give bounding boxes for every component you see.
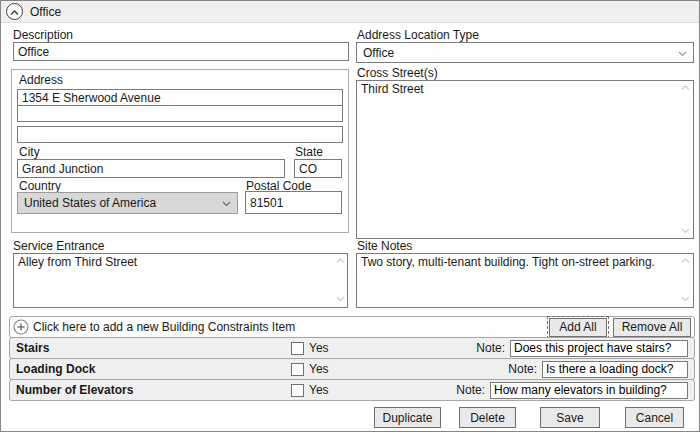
note-label: Note: bbox=[476, 341, 510, 355]
state-input[interactable] bbox=[294, 159, 342, 178]
site-notes-textarea[interactable]: Two story, multi-tenant building. Tight … bbox=[356, 253, 694, 308]
stairs-yes-checkbox[interactable] bbox=[291, 342, 304, 355]
checkbox-label: Yes bbox=[309, 341, 329, 355]
chevron-down-icon bbox=[678, 46, 687, 60]
address-location-type-dropdown[interactable]: Office bbox=[356, 42, 694, 63]
service-entrance-textarea[interactable]: Alley from Third Street bbox=[13, 253, 348, 308]
chevron-up-icon bbox=[10, 5, 19, 19]
constraint-name: Loading Dock bbox=[16, 362, 291, 376]
constraint-name: Stairs bbox=[16, 341, 291, 355]
country-dropdown-value: United States of America bbox=[24, 196, 156, 210]
stairs-note-input[interactable] bbox=[510, 340, 688, 357]
postal-code-input[interactable] bbox=[245, 191, 342, 214]
plus-circle-icon bbox=[13, 319, 29, 335]
add-all-button[interactable]: Add All bbox=[549, 318, 607, 337]
chevron-down-icon bbox=[222, 196, 231, 210]
description-input[interactable] bbox=[13, 42, 349, 61]
checkbox-label: Yes bbox=[309, 362, 329, 376]
country-label: Country bbox=[19, 180, 61, 192]
elevators-yes-checkbox[interactable] bbox=[291, 384, 304, 397]
description-label: Description bbox=[13, 29, 73, 41]
loading-dock-yes-checkbox[interactable] bbox=[291, 363, 304, 376]
add-constraint-prompt: Click here to add a new Building Constra… bbox=[33, 320, 295, 334]
site-notes-label: Site Notes bbox=[357, 240, 412, 252]
constraint-row-elevators: Number of Elevators Yes Note: bbox=[9, 379, 695, 401]
address-line2-input[interactable] bbox=[17, 105, 343, 122]
loading-dock-note-input[interactable] bbox=[542, 361, 688, 378]
city-label: City bbox=[19, 146, 40, 158]
address-label: Address bbox=[19, 74, 63, 86]
cross-streets-textarea[interactable]: Third Street bbox=[356, 80, 694, 239]
address-groupbox: Address City State Country Postal Code U… bbox=[11, 69, 349, 233]
elevators-note-input[interactable] bbox=[490, 382, 688, 399]
address-line1-input[interactable] bbox=[17, 89, 343, 106]
constraint-row-stairs: Stairs Yes Note: bbox=[9, 337, 695, 359]
expander-header[interactable]: Office bbox=[1, 1, 699, 23]
address-line3-input[interactable] bbox=[17, 126, 343, 143]
cross-streets-label: Cross Street(s) bbox=[357, 67, 438, 79]
state-label: State bbox=[295, 146, 323, 158]
constraint-name: Number of Elevators bbox=[16, 383, 291, 397]
remove-all-button[interactable]: Remove All bbox=[613, 318, 691, 337]
add-constraint-row[interactable]: Click here to add a new Building Constra… bbox=[9, 316, 695, 338]
note-label: Note: bbox=[456, 383, 490, 397]
office-address-panel: Office Description Address City State Co… bbox=[0, 0, 700, 432]
duplicate-button[interactable]: Duplicate bbox=[374, 407, 441, 428]
save-button[interactable]: Save bbox=[540, 407, 600, 428]
country-dropdown[interactable]: United States of America bbox=[17, 192, 238, 214]
checkbox-label: Yes bbox=[309, 383, 329, 397]
address-location-type-value: Office bbox=[363, 46, 394, 60]
panel-title: Office bbox=[30, 5, 61, 19]
cancel-button[interactable]: Cancel bbox=[625, 407, 684, 428]
add-all-focus-ring: Add All bbox=[547, 316, 609, 339]
delete-button[interactable]: Delete bbox=[459, 407, 516, 428]
service-entrance-label: Service Entrance bbox=[13, 240, 104, 252]
collapse-toggle-button[interactable] bbox=[6, 3, 23, 20]
address-location-type-label: Address Location Type bbox=[357, 29, 479, 41]
constraint-row-loading-dock: Loading Dock Yes Note: bbox=[9, 358, 695, 380]
note-label: Note: bbox=[508, 362, 542, 376]
city-input[interactable] bbox=[17, 159, 285, 178]
